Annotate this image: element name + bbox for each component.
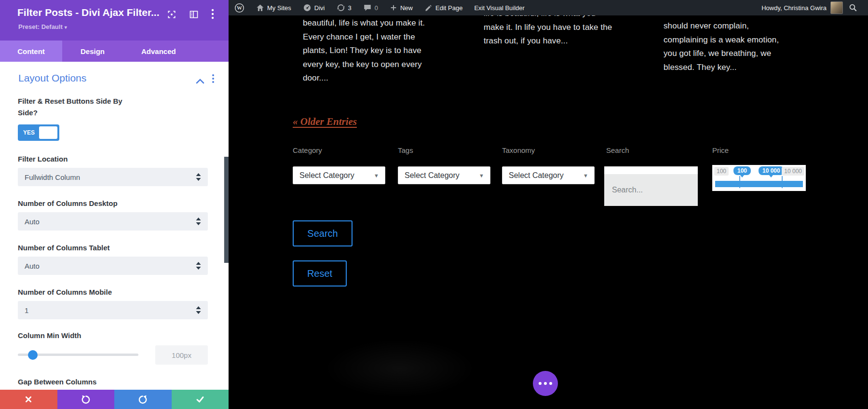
panel-scrollbar-thumb[interactable] xyxy=(224,157,229,263)
search-filter-label: Search xyxy=(606,146,629,154)
page-settings-fab[interactable] xyxy=(533,371,558,396)
preset-selector[interactable]: Preset: Default▾ xyxy=(18,23,67,30)
expand-module-icon[interactable] xyxy=(167,10,176,21)
filter-location-label: Filter Location xyxy=(18,153,68,165)
admin-bar-right-group: Howdy, Christina Gwira xyxy=(761,0,868,15)
edit-page-label: Edit Page xyxy=(435,4,462,12)
price-max-label: 10 000 xyxy=(782,167,804,176)
toggle-knob xyxy=(39,126,57,139)
admin-bar-updates[interactable]: 3 xyxy=(331,0,357,15)
post-excerpt-1: beautiful, life is what you make it. Eve… xyxy=(303,16,428,85)
ellipsis-dot xyxy=(539,382,542,385)
wordpress-logo-icon: W xyxy=(234,3,244,13)
columns-mobile-select[interactable]: 1 xyxy=(18,301,208,319)
comment-count: 0 xyxy=(375,4,378,12)
my-sites-label: My Sites xyxy=(267,4,291,12)
search-filter-widget xyxy=(604,166,698,206)
tags-select[interactable]: Select Category ▼ xyxy=(398,166,490,184)
tab-design[interactable]: Design xyxy=(62,41,123,62)
section-kebab-icon[interactable] xyxy=(212,74,214,83)
undo-button[interactable] xyxy=(57,390,115,409)
filter-location-select[interactable]: Fullwidth Column xyxy=(18,168,208,186)
check-icon xyxy=(196,395,204,404)
gap-between-columns-label: Gap Between Columns xyxy=(18,376,96,388)
toggle-on-label: YES xyxy=(23,124,35,141)
redo-button[interactable] xyxy=(114,390,172,409)
panel-header: Filter Posts - Divi Ajax Filter... Prese… xyxy=(0,0,229,41)
faint-image-placeholder xyxy=(296,328,503,409)
panel-title: Filter Posts - Divi Ajax Filter... xyxy=(17,7,162,18)
columns-mobile-label: Number of Columns Mobile xyxy=(18,286,112,298)
search-icon xyxy=(849,3,857,12)
admin-search-button[interactable] xyxy=(843,0,863,15)
layout-options-heading[interactable]: Layout Options xyxy=(18,72,86,84)
category-select[interactable]: Select Category ▼ xyxy=(293,166,385,184)
columns-tablet-select[interactable]: Auto xyxy=(18,257,208,275)
price-range-widget: 100 100 10 000 10 000 xyxy=(712,165,806,191)
search-input[interactable] xyxy=(604,174,698,206)
admin-bar-comments[interactable]: 0 xyxy=(357,0,384,15)
admin-bar-my-sites[interactable]: My Sites xyxy=(250,0,297,15)
howdy-account-link[interactable]: Howdy, Christina Gwira xyxy=(761,4,827,12)
columns-tablet-label: Number of Columns Tablet xyxy=(18,242,110,254)
post-excerpt-3: should never complain, complaining is a … xyxy=(664,19,799,74)
admin-bar-edit-page[interactable]: Edit Page xyxy=(419,0,468,15)
chevron-up-icon[interactable] xyxy=(196,77,204,86)
search-button[interactable]: Search xyxy=(293,220,353,246)
up-down-arrows-icon xyxy=(196,218,201,225)
panel-tabs: Content Design Advanced xyxy=(0,41,229,62)
price-from-handle-badge[interactable]: 100 xyxy=(733,166,751,175)
price-min-label: 100 xyxy=(714,167,729,176)
comment-bubble-icon xyxy=(363,3,372,12)
page-preview: beautiful, life is what you make it. Eve… xyxy=(229,0,868,409)
min-width-value-field[interactable]: 100px xyxy=(155,345,208,365)
kebab-menu-icon[interactable] xyxy=(211,9,214,21)
undo-icon xyxy=(81,395,90,404)
side-by-side-toggle[interactable]: YES xyxy=(18,124,59,141)
older-entries-link[interactable]: « Older Entries xyxy=(293,116,357,128)
wordpress-logo-menu[interactable]: W xyxy=(229,0,250,15)
svg-text:W: W xyxy=(237,5,242,11)
avatar[interactable] xyxy=(830,1,843,14)
update-count: 3 xyxy=(348,4,352,12)
taxonomy-select[interactable]: Select Category ▼ xyxy=(502,166,595,184)
price-range-track[interactable] xyxy=(715,181,803,187)
price-to-handle-badge[interactable]: 10 000 xyxy=(759,166,784,175)
discard-button[interactable] xyxy=(0,390,57,409)
columns-desktop-select[interactable]: Auto xyxy=(18,212,208,231)
divi-settings-panel: Filter Posts - Divi Ajax Filter... Prese… xyxy=(0,0,229,409)
pencil-icon xyxy=(424,4,433,12)
min-width-slider-thumb[interactable] xyxy=(28,350,38,360)
reset-button[interactable]: Reset xyxy=(293,260,347,286)
admin-bar-left-group: W My Sites Divi 3 xyxy=(229,0,530,15)
updates-refresh-icon xyxy=(337,3,345,12)
admin-bar-new[interactable]: New xyxy=(384,0,419,15)
tab-content[interactable]: Content xyxy=(0,41,62,62)
exit-visual-builder-button[interactable]: Exit Visual Builder xyxy=(468,0,530,15)
column-min-width-label: Column Min Width xyxy=(18,330,81,341)
new-label: New xyxy=(400,4,413,12)
save-button[interactable] xyxy=(172,390,229,409)
toggle-field-label: Filter & Reset Buttons Side By Side? xyxy=(18,95,138,119)
chevron-down-icon: ▾ xyxy=(65,25,67,30)
category-filter-label: Category xyxy=(293,146,322,154)
up-down-arrows-icon xyxy=(196,173,201,181)
admin-bar-divi[interactable]: Divi xyxy=(297,0,331,15)
tab-advanced[interactable]: Advanced xyxy=(123,41,194,62)
panel-footer xyxy=(0,390,229,409)
exit-visual-builder-label: Exit Visual Builder xyxy=(474,4,525,12)
close-icon xyxy=(25,395,32,403)
columns-desktop-label: Number of Columns Desktop xyxy=(18,198,118,209)
wp-admin-bar: W My Sites Divi 3 xyxy=(229,0,868,15)
chevron-down-icon: ▼ xyxy=(374,173,379,178)
chevron-down-icon: ▼ xyxy=(583,173,588,178)
redo-icon xyxy=(138,395,148,404)
divi-visual-builder: W My Sites Divi 3 xyxy=(0,0,868,409)
ellipsis-dot xyxy=(549,382,552,385)
price-filter-label: Price xyxy=(712,146,729,154)
chevron-down-icon: ▼ xyxy=(479,173,484,178)
divi-label: Divi xyxy=(314,4,325,12)
panel-layout-icon[interactable] xyxy=(189,10,199,21)
up-down-arrows-icon xyxy=(196,306,201,314)
tags-filter-label: Tags xyxy=(398,146,413,154)
